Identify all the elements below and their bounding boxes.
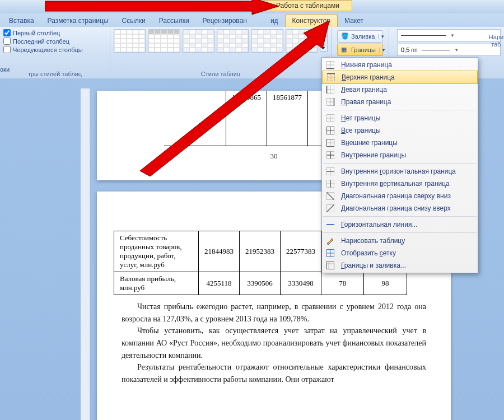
tab-insert[interactable]: Вставка	[2, 15, 41, 27]
ribbon-tabs: Вставка Разметка страницы Ссылки Рассылк…	[0, 13, 504, 27]
menu-item-label: Границы и заливка...	[341, 262, 472, 269]
borders-label: Границы	[351, 46, 376, 53]
menu-item-label: Отобразить сетку	[341, 249, 472, 257]
style-thumb[interactable]	[286, 29, 318, 53]
border-menu-left[interactable]: Левая граница	[322, 83, 478, 96]
border-menu-diag-up[interactable]: Диагональная граница снизу вверх	[322, 202, 478, 214]
cell[interactable]: 22577383	[281, 231, 321, 272]
menu-separator	[323, 163, 477, 164]
menu-item-label: Горизонтальная линия...	[341, 221, 472, 228]
top-icon	[326, 73, 336, 82]
menu-separator	[323, 110, 477, 110]
border-menu-draw[interactable]: Нарисовать таблицу	[322, 235, 478, 247]
gallery-scroll: ▲ ▼ ▾	[320, 30, 328, 52]
borders-button[interactable]: ▦Границы ▼	[337, 44, 383, 56]
style-thumb[interactable]	[217, 29, 249, 53]
border-menu-hline[interactable]: Горизонтальная линия...	[322, 218, 478, 231]
cell[interactable]: 3330498	[281, 272, 321, 295]
gallery-down-button[interactable]: ▼	[320, 38, 328, 44]
cell-header[interactable]: Валовая прибыль, млн.руб	[114, 272, 199, 295]
styles-gallery[interactable]: ▲ ▼ ▾	[114, 29, 328, 53]
borders-dropdown-arrow[interactable]: ▼	[379, 48, 388, 53]
cell-header[interactable]: Себестоимость проданных товаров, продукц…	[114, 231, 199, 272]
border-menu-inside-h[interactable]: Внутренняя горизонтальная граница	[322, 165, 478, 178]
menu-item-label: Диагональная граница снизу вверх	[341, 204, 472, 212]
tab-layout[interactable]: Макет	[338, 15, 370, 27]
border-menu-diag-down[interactable]: Диагональная граница сверху вниз	[322, 190, 478, 202]
check-first-column[interactable]: Первый столбец	[3, 29, 106, 36]
cell[interactable]: 98	[364, 272, 407, 295]
border-menu-top[interactable]: Верхняя граница	[322, 71, 478, 84]
style-thumb[interactable]	[183, 29, 214, 53]
menu-item-label: Нарисовать таблицу	[341, 237, 472, 245]
border-menu-right[interactable]: Правая граница	[322, 96, 478, 108]
menu-item-label: Левая граница	[341, 86, 472, 94]
tab-mailings[interactable]: Рассылки	[152, 15, 196, 27]
cell[interactable]: 78	[321, 272, 364, 295]
ruler-vertical[interactable]	[81, 88, 90, 420]
border-menu-none[interactable]: Нет границы	[322, 112, 478, 124]
border-menu-all[interactable]: Все границы	[322, 124, 478, 137]
border-menu-inside-v[interactable]: Внутренняя вертикальная граница	[322, 178, 478, 190]
style-thumb[interactable]	[114, 29, 146, 53]
checkbox-first-column[interactable]	[3, 29, 11, 36]
inside-v-icon	[325, 179, 335, 188]
paragraph[interactable]: Чтобы установить, как осуществляется уче…	[122, 325, 426, 361]
border-menu-outside[interactable]: Внешние границы	[322, 137, 478, 149]
style-thumb[interactable]	[251, 29, 283, 53]
pen-width-value: 0,5 пт	[401, 46, 417, 53]
context-tab-table-tools[interactable]: Работа с таблицами	[263, 0, 352, 11]
tab-page-layout[interactable]: Разметка страницы	[41, 15, 115, 27]
check-last-column[interactable]: Последний столбец	[3, 38, 106, 45]
table-row[interactable]: Валовая прибыль, млн.руб 4255118 3390506…	[114, 272, 407, 295]
none-icon	[325, 114, 335, 123]
gallery-up-button[interactable]: ▲	[320, 30, 328, 37]
style-thumb[interactable]	[148, 29, 180, 53]
paragraph[interactable]: Результаты рентабельности отражают относ…	[122, 361, 426, 385]
checkbox-last-column[interactable]	[3, 38, 11, 45]
check-banded-columns[interactable]: Чередующиеся столбцы	[3, 46, 106, 53]
style-options-label[interactable]: тры стилей таблиц	[3, 71, 106, 78]
cell[interactable]: 21952383	[240, 231, 281, 272]
pen-width-select[interactable]: 0,5 пт▼	[397, 44, 501, 56]
pen-style-select[interactable]: ▼	[397, 29, 501, 41]
cell[interactable]: 21844983	[199, 231, 240, 272]
inside-h-icon	[325, 167, 335, 176]
border-menu-bottom[interactable]: Нижняя граница	[322, 59, 478, 71]
menu-separator	[323, 216, 477, 217]
dialog-icon	[325, 261, 335, 270]
trunc-rows: оки	[0, 66, 10, 73]
border-menu-dialog[interactable]: Границы и заливка...	[322, 259, 478, 272]
tab-review[interactable]: Рецензирован	[196, 15, 254, 27]
menu-separator	[323, 232, 477, 233]
cell[interactable]: 3390506	[240, 272, 281, 295]
title-text: 20… 12. 755Mgs-8 - Microsoft Word	[56, 3, 164, 11]
draw-icon	[325, 236, 335, 245]
tab-design[interactable]: Конструктор	[285, 14, 338, 27]
menu-item-label: Нет границы	[341, 114, 472, 122]
border-menu-grid[interactable]: Отобразить сетку	[322, 247, 478, 259]
right-icon	[325, 97, 335, 106]
menu-item-label: Верхняя граница	[342, 73, 472, 81]
borders-dropdown-menu: Нижняя границаВерхняя границаЛевая грани…	[321, 57, 478, 273]
cell[interactable]: 4255118	[199, 272, 240, 295]
trunc-draw-label: Нари таб	[488, 34, 504, 48]
menu-item-label: Внутренняя горизонтальная граница	[341, 167, 472, 175]
menu-item-label: Внутренние границы	[341, 151, 472, 159]
menu-item-label: Внешние границы	[341, 139, 472, 147]
cell[interactable]: 17589865	[226, 91, 267, 146]
diag-up-icon	[325, 204, 335, 213]
shading-dropdown-arrow[interactable]: ▼	[378, 34, 386, 39]
group-table-styles: ▲ ▼ ▾ Стили таблиц	[110, 27, 332, 78]
gallery-more-button[interactable]: ▾	[320, 45, 328, 52]
group-style-options: Первый столбец Последний столбец Чередую…	[0, 27, 110, 78]
menu-item-label: Правая граница	[341, 98, 472, 106]
shading-button[interactable]: 🪣Заливка ▼	[337, 30, 383, 43]
paragraph[interactable]: Чистая прибыль ежегодно растет, например…	[122, 301, 426, 325]
checkbox-banded-columns[interactable]	[3, 46, 11, 53]
menu-item-label: Диагональная граница сверху вниз	[341, 192, 472, 200]
border-menu-inside[interactable]: Внутренние границы	[322, 149, 478, 161]
tab-view[interactable]: ид	[254, 15, 285, 27]
cell[interactable]: 18561877	[267, 91, 308, 146]
tab-references[interactable]: Ссылки	[115, 15, 152, 27]
